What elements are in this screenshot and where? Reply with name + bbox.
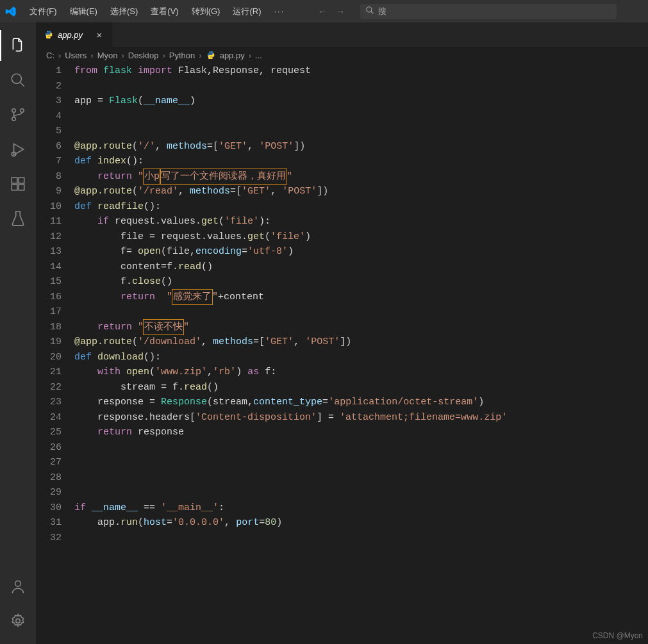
code-line[interactable] (74, 485, 648, 500)
svg-point-2 (12, 74, 21, 83)
activity-search[interactable] (3, 65, 33, 95)
breadcrumb-part[interactable]: C: (46, 51, 54, 60)
activity-account[interactable] (3, 571, 33, 602)
breadcrumb-file[interactable]: app.py (220, 51, 245, 60)
chevron-right-icon: › (199, 51, 201, 60)
activity-extensions[interactable] (3, 169, 33, 199)
code-line[interactable]: file = request.values.get('file') (74, 229, 648, 245)
chevron-right-icon: › (249, 51, 251, 60)
code-line[interactable]: f.close() (74, 274, 648, 290)
activity-source-control[interactable] (3, 99, 33, 130)
line-number: 21 (36, 365, 62, 380)
code-line[interactable] (74, 304, 648, 320)
branch-icon (10, 106, 26, 123)
code-line[interactable]: from flask import Flask,Response, reques… (74, 63, 648, 79)
code-line[interactable] (74, 79, 648, 94)
line-number: 30 (36, 500, 62, 516)
line-number: 5 (36, 124, 62, 139)
menu-select[interactable]: 选择(S) (105, 3, 143, 20)
activity-debug[interactable] (3, 134, 33, 165)
files-icon (10, 37, 26, 54)
flask-icon (10, 210, 26, 227)
line-number: 10 (36, 199, 62, 215)
line-number: 19 (36, 334, 62, 350)
tab-close-icon[interactable]: × (94, 29, 104, 40)
breadcrumbs[interactable]: C: › Users › Myon › Desktop › Python › a… (36, 47, 648, 63)
breadcrumb-part[interactable]: Desktop (128, 51, 159, 60)
nav-forward-icon[interactable]: → (336, 6, 345, 17)
code-line[interactable] (74, 531, 648, 546)
breadcrumb-part[interactable]: Myon (97, 51, 118, 60)
code-line[interactable]: return "感觉来了"+content (74, 290, 648, 305)
svg-point-0 (367, 7, 372, 12)
breadcrumb-ellipsis[interactable]: ... (255, 51, 262, 60)
activity-settings[interactable] (3, 606, 33, 636)
code-line[interactable]: return response (74, 425, 648, 440)
line-number: 22 (36, 380, 62, 395)
line-number: 2 (36, 79, 62, 94)
title-search[interactable]: 搜 (360, 4, 617, 19)
play-bug-icon (10, 141, 26, 158)
line-number: 17 (36, 304, 62, 320)
svg-line-3 (20, 82, 24, 87)
breadcrumb-part[interactable]: Python (169, 51, 195, 60)
extensions-icon (10, 176, 26, 192)
code-line[interactable]: app = Flask(__name__) (74, 94, 648, 109)
menu-go[interactable]: 转到(G) (187, 3, 226, 20)
activity-explorer[interactable] (3, 30, 33, 61)
code-line[interactable]: app.run(host='0.0.0.0', port=80) (74, 515, 648, 531)
code-line[interactable]: @app.route('/read', methods=['GET', 'POS… (74, 184, 648, 199)
account-icon (10, 578, 26, 595)
editor-column: app.py × C: › Users › Myon › Desktop › P… (36, 22, 648, 644)
activity-test[interactable] (3, 203, 33, 234)
svg-point-13 (15, 581, 21, 586)
chevron-right-icon: › (121, 51, 124, 60)
chevron-right-icon: › (162, 51, 165, 60)
line-number: 4 (36, 109, 62, 124)
code-line[interactable] (74, 440, 648, 456)
svg-point-18 (212, 58, 212, 58)
code-line[interactable]: if request.values.get('file'): (74, 214, 648, 229)
code-editor[interactable]: 1234567891011121314151617181920212223242… (36, 63, 648, 644)
code-line[interactable]: content=f.read() (74, 260, 648, 275)
python-file-icon (44, 29, 54, 40)
line-number: 24 (36, 410, 62, 425)
line-number: 20 (36, 350, 62, 365)
menu-edit[interactable]: 编辑(E) (65, 3, 103, 20)
code-area[interactable]: from flask import Flask,Response, reques… (74, 63, 648, 644)
code-line[interactable] (74, 124, 648, 139)
code-line[interactable] (74, 470, 648, 486)
nav-back-icon[interactable]: ← (318, 6, 327, 17)
activity-bar (0, 22, 36, 644)
code-line[interactable]: stream = f.read() (74, 380, 648, 395)
code-line[interactable]: return "不读不快" (74, 320, 648, 335)
code-line[interactable]: @app.route('/', methods=['GET', 'POST']) (74, 139, 648, 154)
code-line[interactable]: @app.route('/download', methods=['GET', … (74, 334, 648, 350)
code-line[interactable] (74, 455, 648, 470)
svg-point-15 (47, 31, 47, 32)
svg-point-16 (49, 37, 50, 38)
code-line[interactable]: return "小p写了一个文件阅读器，真好用" (74, 169, 648, 185)
code-line[interactable]: def download(): (74, 350, 648, 365)
code-line[interactable]: with open('www.zip','rb') as f: (74, 365, 648, 380)
line-number: 7 (36, 154, 62, 169)
magnify-icon (10, 72, 26, 88)
svg-rect-10 (19, 185, 24, 190)
tab-app-py[interactable]: app.py × (36, 22, 113, 47)
code-line[interactable]: if __name__ == '__main__': (74, 500, 648, 516)
menu-view[interactable]: 查看(V) (145, 3, 183, 20)
code-line[interactable]: response = Response(stream,content_type=… (74, 395, 648, 410)
menu-run[interactable]: 运行(R) (228, 3, 266, 20)
menu-more[interactable]: ··· (269, 4, 290, 19)
chevron-right-icon: › (90, 51, 93, 60)
line-number: 15 (36, 274, 62, 290)
code-line[interactable]: response.headers['Content-disposition'] … (74, 410, 648, 425)
code-line[interactable]: def readfile(): (74, 199, 648, 215)
code-line[interactable]: f= open(file,encoding='utf-8') (74, 244, 648, 260)
tab-label: app.py (58, 30, 83, 40)
code-line[interactable] (74, 109, 648, 124)
code-line[interactable]: def index(): (74, 154, 648, 169)
menu-file[interactable]: 文件(F) (24, 3, 62, 20)
svg-rect-8 (12, 178, 17, 183)
breadcrumb-part[interactable]: Users (65, 51, 87, 60)
